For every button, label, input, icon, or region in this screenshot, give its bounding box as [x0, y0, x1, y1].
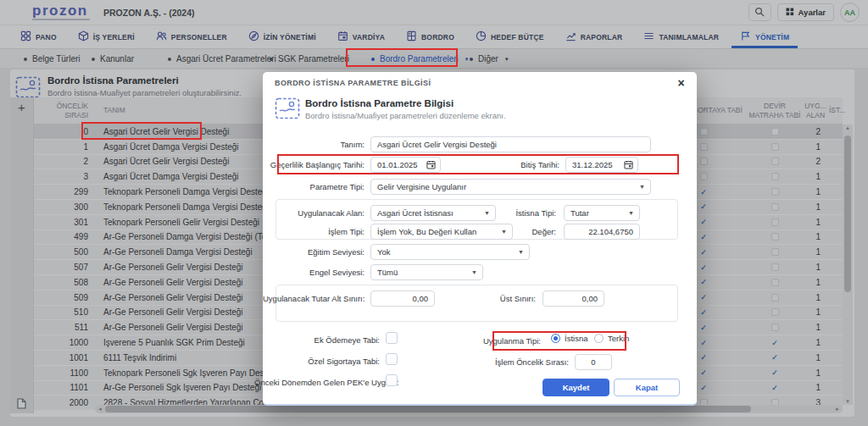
uygulanma-tipi-label: Uygulanma Tipi: — [475, 336, 541, 346]
radio-istisna[interactable]: İstisna — [551, 334, 587, 343]
chevron-down-icon: ▼ — [471, 269, 477, 275]
ust-sinir-input[interactable]: 0,00 — [542, 290, 604, 307]
ek-odemeye-tabi-checkbox[interactable] — [386, 332, 398, 344]
chevron-down-icon: ▼ — [639, 184, 645, 190]
ust-sinir-label: Üst Sınırı: — [476, 294, 536, 303]
engel-seviyesi-label: Engel Seviyesi: — [263, 268, 364, 277]
pek-uygula-checkbox[interactable] — [386, 374, 398, 386]
dialog-titlebar: BORDRO İSTİSNA PARAMETRE BİLGİSİ × — [263, 72, 697, 93]
islem-tipi-select[interactable]: İşlem Yok, Bu Değeri Kullan ▼ — [370, 224, 513, 240]
app-root: prozon PROZON A.Ş. - (2024) Ayarlar AA P… — [0, 0, 868, 426]
end-date-input[interactable]: 31.12.2025 — [565, 157, 638, 173]
islem-oncelik-input[interactable]: 0 — [575, 354, 612, 370]
chevron-down-icon: ▼ — [484, 210, 490, 216]
islem-oncelik-label: İşlem Öncelik Sırası: — [484, 357, 569, 367]
radio-selected-icon — [551, 334, 560, 343]
calendar-icon[interactable] — [426, 160, 436, 171]
ozel-sigortaya-tabi-label: Özel Sigortaya Tabi: — [254, 357, 380, 366]
chevron-down-icon: ▼ — [518, 249, 524, 255]
engel-seviyesi-select[interactable]: Tümü ▼ — [370, 264, 483, 280]
deger-label: Değer: — [497, 227, 556, 236]
alt-sinir-input[interactable]: 0,00 — [370, 290, 435, 307]
limits-group-box — [275, 285, 678, 322]
islem-tipi-label: İşlem Tipi: — [263, 227, 364, 236]
close-icon[interactable]: × — [677, 77, 685, 89]
istisna-tipi-label: İstisna Tipi: — [497, 208, 556, 218]
start-date-input[interactable]: 01.01.2025 — [370, 157, 441, 173]
end-date-label: Bitiş Tarihi: — [475, 160, 559, 169]
pek-uygula-label: Önceki Dönemden Gelen PEK'e Uygula: — [254, 378, 380, 387]
close-button[interactable]: Kapat — [614, 379, 680, 396]
save-button[interactable]: Kaydet — [542, 379, 609, 396]
tanim-label: Tanım: — [263, 140, 364, 149]
radio-terkin[interactable]: Terkin — [594, 334, 629, 343]
parametre-tipi-select[interactable]: Gelir Vergisine Uygulanır ▼ — [370, 179, 651, 195]
egitim-seviyesi-label: Eğitim Seviyesi: — [263, 247, 364, 257]
alt-sinir-label: Uygulanacak Tutar Alt Sınırı: — [263, 294, 364, 303]
dialog-stamp-icon — [275, 97, 300, 121]
calendar-icon[interactable] — [624, 160, 633, 171]
radio-unselected-icon — [594, 334, 604, 343]
tanim-input[interactable]: Asgari Ücret Gelir Vergisi Desteği — [370, 136, 651, 152]
deger-input[interactable]: 22.104,6750 — [564, 224, 640, 240]
ozel-sigortaya-tabi-checkbox[interactable] — [386, 353, 398, 365]
chevron-down-icon: ▼ — [628, 210, 634, 216]
istisna-tipi-select[interactable]: Tutar ▼ — [564, 205, 640, 221]
dialog-subtitle: Bordro İstisna/Muafiyet parametreleri dü… — [305, 111, 506, 120]
ek-odemeye-tabi-label: Ek Ödemeye Tabi: — [254, 335, 380, 345]
start-date-label: Geçerlilik Başlangıç Tarihi: — [263, 160, 364, 169]
egitim-seviyesi-select[interactable]: Yok ▼ — [370, 244, 530, 260]
parameter-dialog: BORDRO İSTİSNA PARAMETRE BİLGİSİ × Bordr… — [263, 72, 697, 406]
uygulanacak-alan-label: Uygulanacak Alan: — [263, 208, 364, 218]
uygulanacak-alan-select[interactable]: Asgari Ücret İstisnası ▼ — [370, 205, 496, 221]
parametre-tipi-label: Parametre Tipi: — [263, 182, 364, 191]
dialog-window-title: BORDRO İSTİSNA PARAMETRE BİLGİSİ — [275, 79, 431, 87]
dialog-title: Bordro İstisna Parametre Bilgisi — [305, 98, 453, 108]
